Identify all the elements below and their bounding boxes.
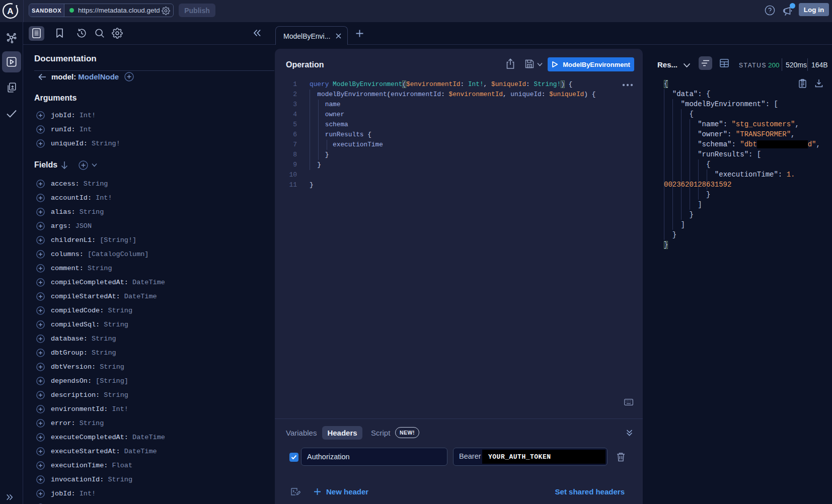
svg-text:A: A	[7, 7, 13, 16]
